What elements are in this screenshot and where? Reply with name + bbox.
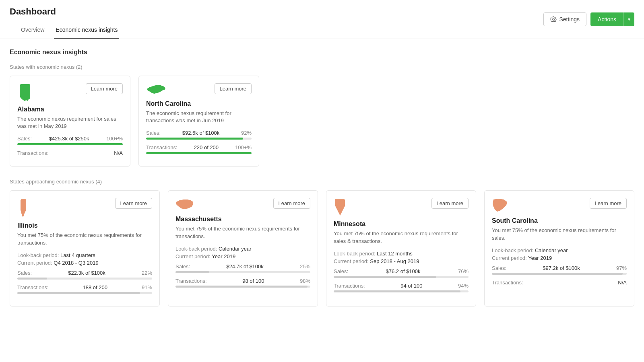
- current-period-row-massachusetts: Current period: Year 2019: [175, 253, 310, 259]
- state-name-minnesota: Minnesota: [334, 220, 469, 228]
- transactions-row-alabama: Transactions: N/A: [17, 150, 123, 156]
- transactions-progress-fill-illinois: [17, 292, 140, 294]
- card-minnesota: Learn more Minnesota You met 75% of the …: [326, 190, 476, 306]
- lookback-row-illinois: Look-back period: Last 4 quarters: [17, 252, 152, 258]
- state-name-south-carolina: South Carolina: [492, 217, 627, 224]
- transactions-row-illinois: Transactions: 188 of 200 91%: [17, 284, 152, 290]
- learn-more-button-minnesota[interactable]: Learn more: [431, 198, 469, 209]
- card-header-alabama: Learn more: [17, 83, 123, 101]
- transactions-progress-massachusetts: [175, 286, 310, 288]
- transactions-progress-nc: [146, 152, 252, 154]
- transactions-value-alabama: N/A: [114, 150, 123, 156]
- card-header-nc: Learn more: [146, 83, 252, 95]
- transactions-row-massachusetts: Transactions: 98 of 100 98%: [175, 278, 310, 284]
- state-name-illinois: Illinois: [17, 222, 152, 229]
- sales-value-alabama: $425.3k of $250k: [49, 136, 89, 142]
- sales-row-minnesota: Sales: $76.2 of $100k 76%: [334, 268, 469, 274]
- transactions-label-alabama: Transactions:: [17, 150, 49, 156]
- illinois-icon: [17, 198, 29, 217]
- sales-label-alabama: Sales:: [17, 136, 32, 142]
- settings-button[interactable]: Settings: [543, 12, 586, 26]
- sales-progress-fill-minnesota: [334, 276, 436, 278]
- sales-progress-minnesota: [334, 276, 469, 278]
- alabama-icon: [17, 83, 33, 101]
- learn-more-button-illinois[interactable]: Learn more: [115, 198, 152, 209]
- sales-pct-nc: 92%: [241, 130, 252, 136]
- nexus-states-title: States with economic nexus (2): [10, 64, 634, 70]
- card-header-illinois: Learn more: [17, 198, 152, 217]
- sales-progress-alabama: [17, 143, 123, 145]
- learn-more-button-nc[interactable]: Learn more: [215, 83, 252, 94]
- section-title: Economic nexus insights: [10, 49, 634, 56]
- transactions-row-south-carolina: Transactions: N/A: [492, 280, 627, 286]
- nexus-states-grid: Learn more Alabama The economic nexus re…: [10, 76, 634, 167]
- sales-row-illinois: Sales: $22.3k of $100k 22%: [17, 270, 152, 276]
- transactions-label-nc: Transactions:: [146, 144, 178, 150]
- description-alabama: The economic nexus requirement for sales…: [17, 115, 123, 130]
- approaching-states-grid: Learn more Illinois You met 75% of the e…: [10, 190, 634, 306]
- chevron-down-icon: ▾: [628, 16, 630, 22]
- transactions-progress-fill-massachusetts: [175, 286, 308, 288]
- card-south-carolina: Learn more South Carolina You met 75% of…: [484, 190, 634, 306]
- header: Dashboard Overview Economic nexus insigh…: [0, 0, 644, 39]
- svg-point-0: [553, 19, 555, 21]
- gear-icon: [550, 16, 557, 23]
- transactions-progress-fill-nc: [146, 152, 252, 154]
- description-minnesota: You met 75% of the economic nexus requir…: [334, 230, 469, 245]
- transactions-pct-nc: 100+%: [235, 144, 252, 150]
- page-title: Dashboard: [10, 6, 137, 17]
- sales-progress-fill-massachusetts: [175, 271, 209, 273]
- sales-progress-fill-south-carolina: [492, 273, 623, 275]
- main-content: Economic nexus insights States with econ…: [0, 39, 644, 328]
- card-header-massachusetts: Learn more: [175, 198, 310, 211]
- lookback-row-south-carolina: Look-back period: Calendar year: [492, 247, 627, 253]
- actions-button-group: Actions ▾: [590, 12, 634, 26]
- card-illinois: Learn more Illinois You met 75% of the e…: [10, 190, 160, 306]
- south-carolina-icon: [492, 198, 508, 212]
- state-name-massachusetts: Massachusetts: [175, 216, 310, 223]
- learn-more-button-south-carolina[interactable]: Learn more: [590, 198, 627, 209]
- approaching-states-title: States approaching economic nexus (4): [10, 179, 634, 185]
- sales-row-alabama: Sales: $425.3k of $250k 100+%: [17, 136, 123, 142]
- actions-button[interactable]: Actions: [590, 12, 623, 26]
- card-header-south-carolina: Learn more: [492, 198, 627, 212]
- sales-row-south-carolina: Sales: $97.2k of $100k 97%: [492, 265, 627, 271]
- header-right: Settings Actions ▾: [543, 12, 634, 33]
- transactions-row-minnesota: Transactions: 94 of 100 94%: [334, 283, 469, 289]
- sales-progress-south-carolina: [492, 273, 627, 275]
- minnesota-icon: [334, 198, 347, 216]
- sales-pct-alabama: 100+%: [106, 136, 123, 142]
- learn-more-button-massachusetts[interactable]: Learn more: [273, 198, 310, 209]
- sales-progress-fill-illinois: [17, 278, 47, 280]
- sales-progress-fill-alabama: [17, 143, 123, 145]
- current-period-row-illinois: Current period: Q4 2018 - Q3 2019: [17, 260, 152, 266]
- learn-more-button-alabama[interactable]: Learn more: [86, 83, 123, 94]
- state-name-alabama: Alabama: [17, 106, 123, 113]
- card-header-minnesota: Learn more: [334, 198, 469, 216]
- actions-dropdown-button[interactable]: ▾: [623, 12, 634, 26]
- card-north-carolina: Learn more North Carolina The economic n…: [138, 76, 259, 167]
- sales-progress-illinois: [17, 278, 152, 280]
- tab-overview[interactable]: Overview: [19, 22, 46, 39]
- massachusetts-icon: [175, 198, 194, 211]
- tab-economic-nexus-insights[interactable]: Economic nexus insights: [54, 22, 119, 39]
- transactions-value-nc: 220 of 200: [194, 144, 219, 150]
- card-massachusetts: Learn more Massachusetts You met 75% of …: [168, 190, 318, 306]
- sales-label-nc: Sales:: [146, 130, 161, 136]
- sales-progress-massachusetts: [175, 271, 310, 273]
- current-period-row-minnesota: Current period: Sep 2018 - Aug 2019: [334, 258, 469, 264]
- sales-progress-fill-nc: [146, 138, 243, 140]
- state-name-nc: North Carolina: [146, 100, 252, 107]
- settings-label: Settings: [559, 16, 580, 23]
- card-alabama: Learn more Alabama The economic nexus re…: [10, 76, 130, 167]
- description-illinois: You met 75% of the economic nexus requir…: [17, 232, 152, 246]
- lookback-row-massachusetts: Look-back period: Calendar year: [175, 246, 310, 252]
- description-massachusetts: You met 75% of the economic nexus requir…: [175, 225, 310, 240]
- sales-progress-nc: [146, 138, 252, 140]
- sales-row-massachusetts: Sales: $24.7k of $100k 25%: [175, 263, 310, 269]
- current-period-row-south-carolina: Current period: Year 2019: [492, 255, 627, 261]
- description-south-carolina: You met 75% of the economic nexus requir…: [492, 227, 627, 241]
- sales-value-nc: $92.5k of $100k: [182, 130, 220, 136]
- sales-row-nc: Sales: $92.5k of $100k 92%: [146, 130, 252, 136]
- transactions-progress-illinois: [17, 292, 152, 294]
